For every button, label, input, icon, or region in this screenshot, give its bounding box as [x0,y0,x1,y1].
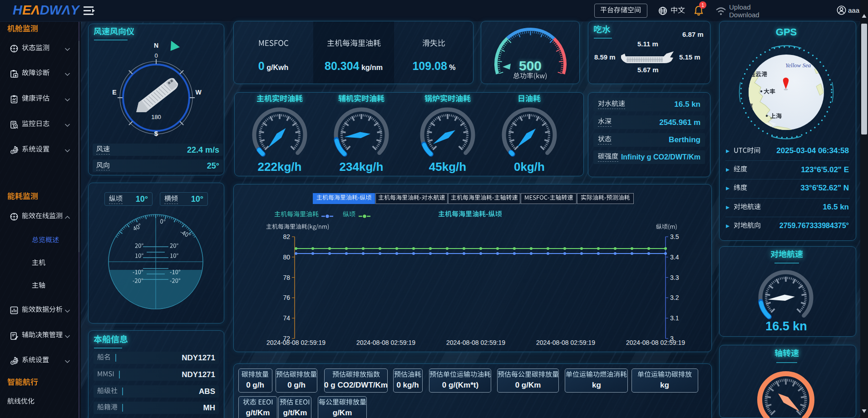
svg-text:2024-08-08 02:59:19: 2024-08-08 02:59:19 [536,339,595,346]
svg-text:Yellow Sea: Yellow Sea [785,62,811,69]
svg-text:2024-08-08 02:59:19: 2024-08-08 02:59:19 [446,339,505,346]
svg-text:76: 76 [283,294,290,301]
svg-text:2024-08-08 02:59:19: 2024-08-08 02:59:19 [266,339,326,346]
svg-text:2024-08-08 02:59:19: 2024-08-08 02:59:19 [626,339,685,346]
svg-text:78: 78 [283,274,290,281]
svg-text:3.2: 3.2 [670,294,679,301]
svg-text:3.3: 3.3 [670,274,679,281]
svg-text:82: 82 [283,233,290,240]
svg-text:3.5: 3.5 [670,233,679,240]
svg-text:3.1: 3.1 [670,314,679,322]
svg-text:74: 74 [283,314,290,322]
svg-text:80: 80 [283,254,290,261]
svg-text:3.4: 3.4 [670,254,679,261]
svg-text:2024-08-08 02:59:19: 2024-08-08 02:59:19 [356,339,415,346]
